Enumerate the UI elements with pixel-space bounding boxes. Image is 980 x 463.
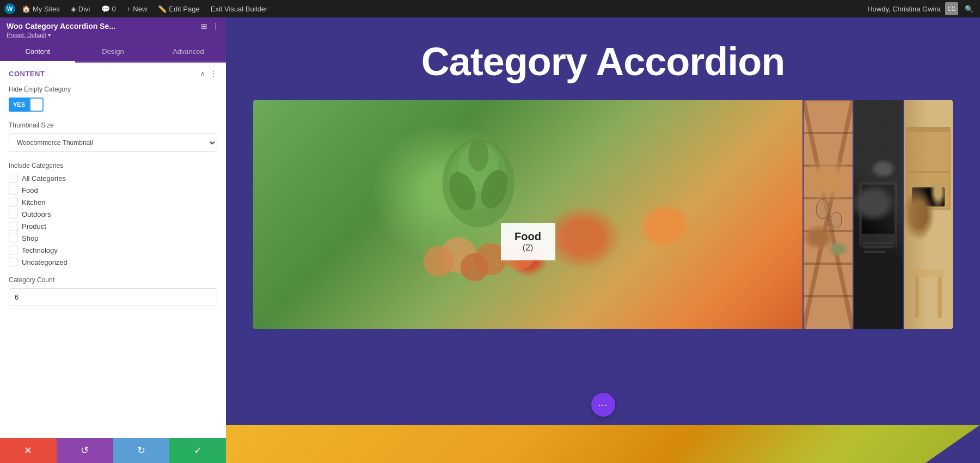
svg-rect-23 [854,100,903,329]
svg-rect-39 [912,269,945,277]
svg-rect-33 [906,127,950,132]
accordion-panel-3[interactable]: ThinkPad [854,100,903,329]
svg-point-22 [831,212,842,228]
sidebar-header-icons: ⊞ ⋮ [201,22,219,31]
category-product: Product [9,222,217,230]
sidebar-header: Woo Category Accordion Se... ⊞ ⋮ Preset:… [0,17,226,42]
admin-bar: W 🏠 My Sites ◈ Divi 💬 0 + New ✏️ Edit Pa… [0,0,980,17]
category-shop-checkbox[interactable] [9,234,17,242]
divi-menu[interactable]: ◈ Divi [66,0,95,17]
accordion-panel-2[interactable] [804,100,853,329]
category-outdoors-checkbox[interactable] [9,210,17,218]
svg-line-13 [804,100,853,329]
svg-rect-24 [859,182,897,247]
category-count-input[interactable] [9,288,217,306]
category-food-label: Food [22,186,38,194]
category-food-checkbox[interactable] [9,186,17,194]
category-count-field: Category Count [9,276,217,306]
svg-rect-34 [906,171,950,173]
sites-icon: 🏠 [22,5,30,13]
sidebar-panel: Woo Category Accordion Se... ⊞ ⋮ Preset:… [0,17,226,463]
svg-rect-35 [912,187,945,206]
more-icon[interactable]: ⋮ [212,22,219,31]
thumbnail-size-select[interactable]: Woocommerce Thumbnail [9,133,217,152]
category-count-label: Category Count [9,276,217,284]
svg-rect-38 [938,275,942,318]
redo-button[interactable]: ↻ [113,438,170,463]
panel4-svg [904,100,953,329]
tab-design[interactable]: Design [75,42,150,62]
options-icon[interactable]: ⋮ [210,69,217,78]
main-area: Woo Category Accordion Se... ⊞ ⋮ Preset:… [0,17,980,463]
svg-rect-29 [863,246,893,248]
section-header: Content ∧ ⋮ [9,69,217,78]
page-heading: Category Accordion [253,39,953,84]
divi-icon: ◈ [71,5,76,13]
preset-label[interactable]: Preset: Default ▾ [7,32,219,39]
sidebar-title: Woo Category Accordion Se... [7,22,115,31]
tab-content[interactable]: Content [0,42,75,63]
category-shop: Shop [9,234,217,242]
pencil-icon: ✏️ [158,5,167,13]
svg-rect-25 [862,185,895,234]
hide-empty-toggle[interactable]: YES [9,98,44,112]
svg-rect-36 [914,189,943,204]
food-panel-label: Food (2) [501,223,555,260]
category-technology-checkbox[interactable] [9,246,17,254]
cancel-button[interactable]: ✕ [0,438,57,463]
svg-line-12 [804,100,853,329]
comments-menu[interactable]: 💬 0 [97,0,120,17]
category-uncategorized: Uncategorized [9,258,217,266]
new-menu[interactable]: + New [122,0,152,17]
toggle-wrap: YES [9,98,217,112]
comment-icon: 💬 [101,5,110,13]
tabs-row: Content Design Advanced [0,42,226,63]
exit-builder-button[interactable]: Exit Visual Builder [206,0,272,17]
user-avatar[interactable]: CG [945,2,958,15]
svg-rect-32 [906,127,950,209]
undo-button[interactable]: ↺ [57,438,113,463]
svg-rect-31 [904,100,953,329]
category-food: Food [9,186,217,194]
thumbnail-size-label: Thumbnail Size [9,121,217,129]
toggle-yes-label: YES [9,98,29,112]
window-icon[interactable]: ⊞ [201,22,207,31]
include-categories-field: Include Categories All Categories Food K… [9,162,217,266]
svg-rect-30 [863,251,885,253]
panel3-svg: ThinkPad [854,100,903,329]
category-product-checkbox[interactable] [9,222,17,230]
category-uncategorized-label: Uncategorized [22,258,68,266]
svg-rect-37 [915,275,919,318]
accordion-panel-4[interactable] [904,100,953,329]
include-categories-label: Include Categories [9,162,217,169]
wordpress-logo-icon[interactable]: W [4,3,15,14]
bottom-bar [226,425,980,463]
category-kitchen: Kitchen [9,198,217,206]
tab-advanced[interactable]: Advanced [151,42,226,62]
hide-empty-category-field: Hide Empty Category YES [9,86,217,112]
category-uncategorized-checkbox[interactable] [9,258,17,266]
collapse-icon[interactable]: ∧ [200,69,205,78]
confirm-button[interactable]: ✓ [169,438,226,463]
svg-point-21 [816,199,829,219]
action-bar: ✕ ↺ ↻ ✓ [0,438,226,463]
canvas-inner: Category Accordion [226,17,980,425]
search-icon[interactable]: 🔍 [963,3,976,15]
svg-point-5 [469,139,489,171]
my-sites-menu[interactable]: 🏠 My Sites [17,0,64,17]
svg-point-10 [424,246,454,277]
page-title: Category Accordion [253,39,953,84]
section-title: Content [9,70,45,78]
category-product-label: Product [22,222,46,230]
edit-page-button[interactable]: ✏️ Edit Page [154,0,204,17]
category-technology: Technology [9,246,217,254]
accordion-panel-food[interactable]: Food (2) [253,100,803,329]
content-section: Content ∧ ⋮ Hide Empty Category YES T [0,63,226,438]
canvas: Category Accordion [226,17,980,463]
category-outdoors-label: Outdoors [22,210,51,218]
food-label-count: (2) [514,243,542,253]
fab-button[interactable]: ··· [591,393,615,417]
section-header-icons: ∧ ⋮ [200,69,217,78]
category-kitchen-checkbox[interactable] [9,198,17,206]
category-all-checkbox[interactable] [9,174,17,182]
